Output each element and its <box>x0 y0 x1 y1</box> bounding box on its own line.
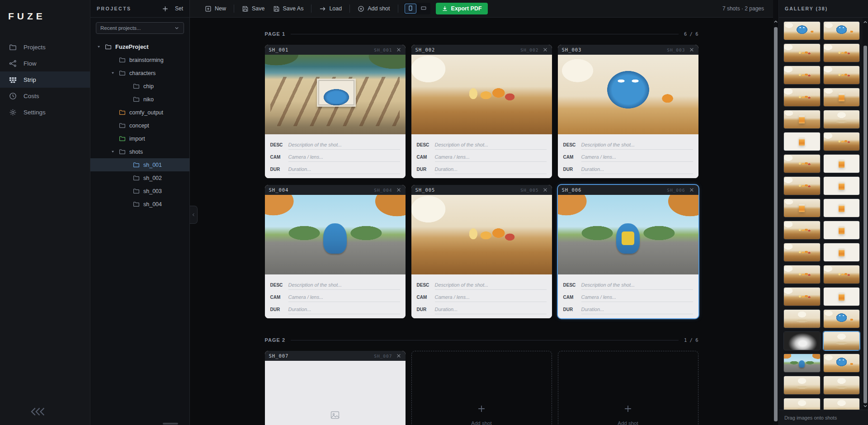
close-icon[interactable] <box>396 47 401 52</box>
tree-item-sh-001[interactable]: sh_001 <box>90 158 189 171</box>
gallery-thumb-11[interactable] <box>783 132 821 151</box>
shot-card-sh-005[interactable]: SH_005SH_005DESCDescription of the shot.… <box>411 185 552 318</box>
gallery-thumb-36[interactable] <box>823 398 860 410</box>
duration-input[interactable]: Duration... <box>435 166 547 174</box>
duration-input[interactable]: Duration... <box>288 166 400 174</box>
recent-projects-select[interactable]: Recent projects... <box>96 22 184 34</box>
caret-down-icon[interactable] <box>111 150 119 154</box>
shot-card-sh-002[interactable]: SH_002SH_002DESCDescription of the shot.… <box>411 45 552 178</box>
description-input[interactable]: Description of the shot... <box>581 282 693 290</box>
tree-item-sh-004[interactable]: sh_004 <box>90 198 189 211</box>
gallery-thumb-35[interactable] <box>783 398 821 410</box>
nav-item-strip[interactable]: Strip <box>0 71 90 88</box>
gallery-thumb-1[interactable] <box>783 21 821 40</box>
gallery-thumb-25[interactable] <box>783 287 821 306</box>
shot-image[interactable] <box>411 195 552 274</box>
close-icon[interactable] <box>542 47 548 52</box>
tree-item-niko[interactable]: niko <box>90 93 189 106</box>
description-input[interactable]: Description of the shot... <box>435 142 547 150</box>
gallery-thumb-7[interactable] <box>783 88 821 107</box>
shot-image[interactable] <box>265 195 406 274</box>
save-button[interactable]: Save <box>238 3 269 14</box>
gallery-thumb-30[interactable] <box>823 331 860 350</box>
tree-item-sh-002[interactable]: sh_002 <box>90 171 189 184</box>
collapse-projects-handle[interactable] <box>190 206 198 224</box>
add-shot-placeholder[interactable]: Add shot <box>411 351 552 425</box>
shot-image[interactable] <box>265 55 406 134</box>
gallery-thumb-18[interactable] <box>823 198 860 217</box>
caret-down-icon[interactable] <box>111 71 119 75</box>
shot-image[interactable] <box>411 55 552 134</box>
strip-scrollbar-thumb[interactable] <box>774 27 778 421</box>
gallery-thumb-12[interactable] <box>823 132 860 151</box>
tree-item-sh-003[interactable]: sh_003 <box>90 184 189 198</box>
gallery-thumb-28[interactable] <box>823 309 860 328</box>
caret-down-icon[interactable] <box>97 45 105 49</box>
projects-horizontal-scrollbar[interactable] <box>163 423 178 425</box>
load-button[interactable]: Load <box>315 3 346 14</box>
close-icon[interactable] <box>542 187 548 193</box>
gallery-thumb-14[interactable] <box>823 154 860 173</box>
close-icon[interactable] <box>689 47 694 52</box>
set-project-button[interactable]: Set <box>175 5 183 12</box>
gallery-thumb-15[interactable] <box>783 176 821 195</box>
close-icon[interactable] <box>396 187 401 193</box>
gallery-thumb-31[interactable] <box>783 354 821 373</box>
gallery-thumb-26[interactable] <box>823 287 860 306</box>
gallery-thumb-21[interactable] <box>783 243 821 262</box>
shot-card-sh-006[interactable]: SH_006SH_006DESCDescription of the shot.… <box>558 185 698 318</box>
shot-card-sh-007[interactable]: SH_007SH_007Drop image or clickDESCDescr… <box>265 351 406 425</box>
gallery-thumb-16[interactable] <box>823 176 860 195</box>
duration-input[interactable]: Duration... <box>435 307 547 314</box>
gallery-thumb-23[interactable] <box>783 265 821 284</box>
landscape-view-toggle[interactable] <box>418 4 429 14</box>
close-icon[interactable] <box>396 353 401 359</box>
gallery-thumb-34[interactable] <box>823 376 860 395</box>
export-pdf-button[interactable]: Export PDF <box>436 3 488 14</box>
gallery-thumb-10[interactable] <box>823 110 860 129</box>
description-input[interactable]: Description of the shot... <box>581 142 693 150</box>
gallery-thumb-17[interactable] <box>783 198 821 217</box>
gallery-scrollbar-thumb[interactable] <box>863 46 867 403</box>
shot-image[interactable] <box>558 55 698 134</box>
gallery-thumb-3[interactable] <box>783 43 821 62</box>
collapse-sidebar-button[interactable] <box>30 407 45 415</box>
tree-item-shots[interactable]: shots <box>90 145 189 158</box>
nav-item-settings[interactable]: Settings <box>0 104 90 120</box>
camera-input[interactable]: Camera / lens... <box>435 154 547 162</box>
portrait-view-toggle[interactable] <box>405 4 416 14</box>
camera-input[interactable]: Camera / lens... <box>581 294 693 302</box>
tree-item-import[interactable]: import <box>90 132 189 145</box>
gallery-thumb-20[interactable] <box>823 221 860 240</box>
shot-drop-zone[interactable]: Drop image or click <box>265 361 406 425</box>
close-icon[interactable] <box>689 187 694 193</box>
gallery-thumb-8[interactable] <box>823 88 860 107</box>
add-shot-button[interactable]: Add shot <box>354 3 394 14</box>
camera-input[interactable]: Camera / lens... <box>435 294 547 302</box>
nav-item-projects[interactable]: Projects <box>0 39 90 55</box>
description-input[interactable]: Description of the shot... <box>288 282 400 290</box>
tree-item-comfy-output[interactable]: comfy_output <box>90 106 189 119</box>
shot-card-sh-004[interactable]: SH_004SH_004DESCDescription of the shot.… <box>265 185 406 318</box>
gallery-thumb-6[interactable] <box>823 66 860 85</box>
add-shot-placeholder[interactable]: Add shot <box>558 351 698 425</box>
tree-item-characters[interactable]: characters <box>90 66 189 80</box>
tree-item-concept[interactable]: concept <box>90 119 189 132</box>
gallery-thumb-27[interactable] <box>783 309 821 328</box>
gallery-thumb-22[interactable] <box>823 243 860 262</box>
duration-input[interactable]: Duration... <box>581 166 693 174</box>
save-as-button[interactable]: Save As <box>269 3 308 14</box>
tree-item-chip[interactable]: chip <box>90 80 189 93</box>
tree-item-fuzeproject[interactable]: FuzeProject <box>90 40 189 53</box>
gallery-thumb-24[interactable] <box>823 265 860 284</box>
camera-input[interactable]: Camera / lens... <box>581 154 693 162</box>
gallery-thumb-29[interactable] <box>783 331 821 350</box>
gallery-thumb-9[interactable] <box>783 110 821 129</box>
camera-input[interactable]: Camera / lens... <box>288 294 400 302</box>
gallery-thumb-33[interactable] <box>783 376 821 395</box>
gallery-scroll-down-button[interactable] <box>863 403 868 410</box>
tree-item-brainstorming[interactable]: brainstorming <box>90 53 189 66</box>
gallery-thumb-19[interactable] <box>783 221 821 240</box>
shot-card-sh-003[interactable]: SH_003SH_003DESCDescription of the shot.… <box>558 45 698 178</box>
scroll-up-button[interactable] <box>773 19 778 25</box>
